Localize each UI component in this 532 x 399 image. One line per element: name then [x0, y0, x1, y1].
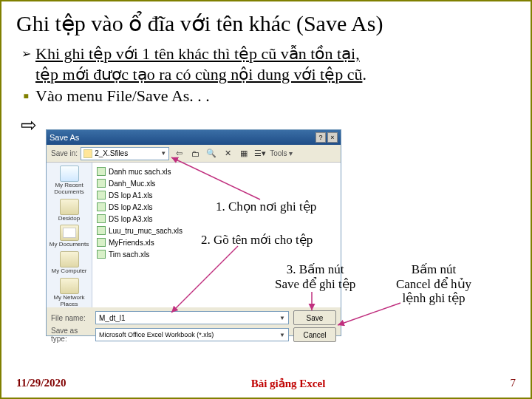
- bullet-2: ■ Vào menu File/Save As. . .: [16, 86, 516, 106]
- chevron-down-icon: ▼: [160, 150, 166, 157]
- place-mydocs[interactable]: My Documents: [50, 225, 89, 248]
- place-mynetwork[interactable]: My Network Places: [50, 278, 89, 308]
- filename-field[interactable]: M_dt_l1▼: [95, 311, 289, 324]
- excel-file-icon: [97, 238, 106, 247]
- file-name: DS lop A1.xls: [109, 191, 152, 200]
- slide-title: Ghi tệp vào ổ đĩa với tên khác (Save As): [16, 10, 516, 36]
- filename-value: M_dt_l1: [99, 314, 126, 322]
- help-button[interactable]: ?: [316, 132, 326, 143]
- place-mycomputer-label: My Computer: [51, 268, 86, 275]
- place-mynetwork-label: My Network Places: [50, 295, 89, 308]
- places-bar: My Recent Documents Desktop My Documents…: [47, 163, 92, 307]
- excel-file-icon: [97, 202, 106, 211]
- tools-label[interactable]: Tools ▾: [270, 149, 293, 157]
- place-desktop-label: Desktop: [58, 216, 80, 222]
- bullet-1-dot: .: [362, 65, 366, 83]
- excel-file-icon: [97, 214, 106, 223]
- dialog-caption: Save As: [50, 133, 79, 142]
- annotation-4-l1: Bấm nút: [412, 262, 457, 276]
- dialog-bottom: File name: M_dt_l1▼ Save Save as type: M…: [47, 307, 341, 345]
- excel-file-icon: [97, 179, 106, 188]
- filetype-value: Microsoft Office Excel Workbook (*.xls): [99, 331, 214, 338]
- save-button[interactable]: Save: [293, 310, 336, 325]
- chevron-down-icon: ▼: [279, 315, 285, 321]
- footer: 11/29/2020 Bài giảng Excel 7: [16, 377, 516, 390]
- list-item[interactable]: Danh muc sach.xls: [97, 166, 336, 177]
- file-name: MyFriends.xls: [109, 239, 154, 247]
- close-button[interactable]: ×: [327, 132, 338, 143]
- mydocs-icon: [60, 225, 79, 241]
- excel-file-icon: [97, 250, 106, 259]
- slide: Ghi tệp vào ổ đĩa với tên khác (Save As)…: [0, 0, 532, 399]
- bullet-1-text: Khi ghi tệp với 1 tên khác thì tệp cũ vẫ…: [35, 44, 516, 84]
- excel-file-icon: [97, 191, 106, 200]
- bullet-arrowhead-icon: ➢: [16, 44, 35, 64]
- cancel-button[interactable]: Cancel: [293, 327, 336, 342]
- filename-label: File name:: [51, 314, 91, 322]
- bullet-square-icon: ■: [16, 86, 35, 106]
- dialog-toolbar: Save in: 2_X.Sfiles ▼ ⇦ 🗀 🔍 ✕ ▦ ☰▾ Tools…: [47, 145, 341, 163]
- bullet-2-text: Vào menu File/Save As. . .: [35, 86, 516, 106]
- annotation-3-l2: Save để ghi tệp: [275, 277, 355, 291]
- mynetwork-icon: [60, 278, 79, 294]
- footer-date: 11/29/2020: [16, 377, 66, 390]
- footer-page-number: 7: [511, 377, 516, 390]
- desktop-icon: [60, 199, 79, 215]
- views-icon[interactable]: ☰▾: [253, 147, 267, 160]
- filetype-field[interactable]: Microsoft Office Excel Workbook (*.xls)▼: [95, 328, 289, 341]
- content-block: ➢ Khi ghi tệp với 1 tên khác thì tệp cũ …: [16, 44, 516, 137]
- place-mydocs-label: My Documents: [50, 242, 89, 248]
- place-recent-label: My Recent Documents: [50, 183, 89, 196]
- save-in-label: Save in:: [51, 149, 78, 157]
- list-item[interactable]: Danh_Muc.xls: [97, 177, 336, 189]
- bullet-1-line1: Khi ghi tệp với 1 tên khác thì tệp cũ vẫ…: [35, 44, 360, 63]
- mycomputer-icon: [60, 251, 79, 267]
- dialog-titlebar: Save As ? ×: [47, 130, 341, 145]
- place-recent[interactable]: My Recent Documents: [50, 166, 89, 196]
- new-folder-icon[interactable]: ▦: [237, 147, 250, 160]
- delete-icon[interactable]: ✕: [221, 147, 234, 160]
- bullet-1: ➢ Khi ghi tệp với 1 tên khác thì tệp cũ …: [16, 44, 516, 84]
- annotation-3: 3. Bấm nút Save để ghi tệp: [275, 262, 355, 291]
- up-folder-icon[interactable]: 🗀: [188, 147, 202, 160]
- place-mycomputer[interactable]: My Computer: [50, 251, 89, 275]
- annotation-4-l2: Cancel để hủy: [396, 277, 471, 291]
- filetype-label: Save as type:: [51, 327, 91, 343]
- bullet-1-line2: tệp mới được tạo ra có cùng nội dung với…: [35, 65, 362, 83]
- annotation-3-l1: 3. Bấm nút: [287, 262, 344, 276]
- annotation-4: Bấm nút Cancel để hủy lệnh ghi tệp: [386, 262, 482, 306]
- file-name: Luu_tru_muc_sach.xls: [109, 227, 183, 235]
- recent-icon: [60, 166, 79, 182]
- svg-line-3: [338, 303, 400, 325]
- file-name: DS lop A3.xls: [109, 215, 152, 223]
- folder-icon: [83, 149, 92, 158]
- file-name: Danh muc sach.xls: [109, 168, 171, 176]
- place-desktop[interactable]: Desktop: [50, 199, 89, 222]
- excel-file-icon: [97, 226, 106, 235]
- excel-file-icon: [97, 167, 106, 176]
- dialog-area: Save As ? × Save in: 2_X.Sfiles ▼ ⇦ 🗀 🔍 …: [46, 129, 516, 351]
- file-name: Tim sach.xls: [109, 250, 149, 259]
- chevron-down-icon: ▼: [279, 332, 285, 338]
- file-name: DS lop A2.xls: [109, 203, 152, 211]
- file-name: Danh_Muc.xls: [109, 180, 155, 188]
- footer-title: Bài giảng Excel: [251, 377, 326, 390]
- list-item[interactable]: Tim sach.xls: [97, 248, 336, 260]
- annotation-1: 1. Chọn nơi ghi tệp: [216, 200, 316, 214]
- annotation-4-l3: lệnh ghi tệp: [402, 291, 465, 305]
- list-item[interactable]: DS lop A3.xls: [97, 213, 336, 225]
- save-in-combo[interactable]: 2_X.Sfiles ▼: [81, 147, 169, 160]
- annotation-2: 2. Gõ tên mới cho tệp: [201, 233, 313, 248]
- back-icon[interactable]: ⇦: [172, 147, 185, 160]
- save-in-value: 2_X.Sfiles: [95, 149, 128, 157]
- search-icon[interactable]: 🔍: [205, 147, 218, 160]
